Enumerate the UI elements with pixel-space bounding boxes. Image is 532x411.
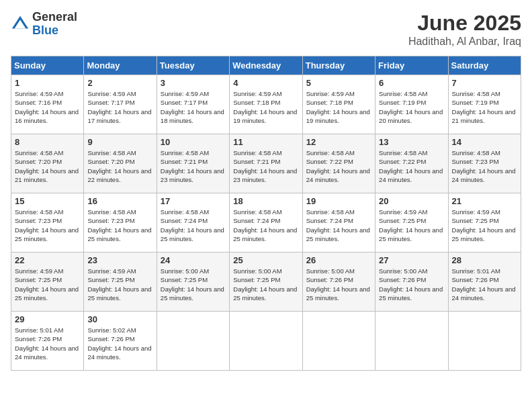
page-header: General Blue June 2025 Hadithah, Al Anba… (11, 11, 521, 48)
table-row (157, 312, 229, 371)
table-row: 28Sunrise: 5:01 AMSunset: 7:26 PMDayligh… (448, 253, 521, 312)
calendar-week-2: 8Sunrise: 4:58 AMSunset: 7:20 PMDaylight… (11, 134, 521, 193)
table-row: 6Sunrise: 4:58 AMSunset: 7:19 PMDaylight… (375, 75, 448, 134)
col-monday: Monday (84, 56, 157, 75)
table-row (375, 312, 448, 371)
table-row (448, 312, 521, 371)
calendar-table: Sunday Monday Tuesday Wednesday Thursday… (11, 56, 521, 371)
table-row: 5Sunrise: 4:59 AMSunset: 7:18 PMDaylight… (302, 75, 375, 134)
table-row: 21Sunrise: 4:59 AMSunset: 7:25 PMDayligh… (448, 193, 521, 253)
col-sunday: Sunday (11, 56, 84, 75)
table-row: 13Sunrise: 4:58 AMSunset: 7:22 PMDayligh… (375, 134, 448, 193)
calendar-header-row: Sunday Monday Tuesday Wednesday Thursday… (11, 56, 521, 75)
table-row: 16Sunrise: 4:58 AMSunset: 7:23 PMDayligh… (84, 193, 157, 253)
table-row: 15Sunrise: 4:58 AMSunset: 7:23 PMDayligh… (11, 193, 84, 253)
table-row: 19Sunrise: 4:58 AMSunset: 7:24 PMDayligh… (302, 193, 375, 253)
col-tuesday: Tuesday (157, 56, 229, 75)
table-row: 10Sunrise: 4:58 AMSunset: 7:21 PMDayligh… (157, 134, 229, 193)
table-row: 3Sunrise: 4:59 AMSunset: 7:17 PMDaylight… (157, 75, 229, 134)
table-row: 18Sunrise: 4:58 AMSunset: 7:24 PMDayligh… (230, 193, 302, 253)
table-row: 14Sunrise: 4:58 AMSunset: 7:23 PMDayligh… (448, 134, 521, 193)
calendar-week-3: 15Sunrise: 4:58 AMSunset: 7:23 PMDayligh… (11, 193, 521, 253)
calendar-week-1: 1Sunrise: 4:59 AMSunset: 7:16 PMDaylight… (11, 75, 521, 134)
table-row: 8Sunrise: 4:58 AMSunset: 7:20 PMDaylight… (11, 134, 84, 193)
logo: General Blue (11, 11, 77, 38)
table-row: 29Sunrise: 5:01 AMSunset: 7:26 PMDayligh… (11, 312, 84, 371)
table-row: 4Sunrise: 4:59 AMSunset: 7:18 PMDaylight… (230, 75, 302, 134)
table-row: 26Sunrise: 5:00 AMSunset: 7:26 PMDayligh… (302, 253, 375, 312)
table-row (230, 312, 302, 371)
title-block: June 2025 Hadithah, Al Anbar, Iraq (408, 11, 521, 48)
logo-icon (11, 15, 30, 34)
logo-general-text: General (32, 11, 77, 24)
table-row: 11Sunrise: 4:58 AMSunset: 7:21 PMDayligh… (230, 134, 302, 193)
logo-blue-text: Blue (32, 24, 77, 38)
table-row: 23Sunrise: 4:59 AMSunset: 7:25 PMDayligh… (84, 253, 157, 312)
table-row: 20Sunrise: 4:59 AMSunset: 7:25 PMDayligh… (375, 193, 448, 253)
location-title: Hadithah, Al Anbar, Iraq (408, 36, 521, 48)
col-wednesday: Wednesday (230, 56, 302, 75)
table-row: 9Sunrise: 4:58 AMSunset: 7:20 PMDaylight… (84, 134, 157, 193)
table-row: 7Sunrise: 4:58 AMSunset: 7:19 PMDaylight… (448, 75, 521, 134)
col-saturday: Saturday (448, 56, 521, 75)
logo-text: General Blue (32, 11, 77, 38)
table-row: 27Sunrise: 5:00 AMSunset: 7:26 PMDayligh… (375, 253, 448, 312)
table-row: 1Sunrise: 4:59 AMSunset: 7:16 PMDaylight… (11, 75, 84, 134)
table-row: 24Sunrise: 5:00 AMSunset: 7:25 PMDayligh… (157, 253, 229, 312)
month-title: June 2025 (408, 11, 521, 36)
col-thursday: Thursday (302, 56, 375, 75)
table-row: 17Sunrise: 4:58 AMSunset: 7:24 PMDayligh… (157, 193, 229, 253)
table-row: 2Sunrise: 4:59 AMSunset: 7:17 PMDaylight… (84, 75, 157, 134)
table-row: 30Sunrise: 5:02 AMSunset: 7:26 PMDayligh… (84, 312, 157, 371)
col-friday: Friday (375, 56, 448, 75)
table-row: 22Sunrise: 4:59 AMSunset: 7:25 PMDayligh… (11, 253, 84, 312)
table-row: 25Sunrise: 5:00 AMSunset: 7:25 PMDayligh… (230, 253, 302, 312)
table-row: 12Sunrise: 4:58 AMSunset: 7:22 PMDayligh… (302, 134, 375, 193)
calendar-week-5: 29Sunrise: 5:01 AMSunset: 7:26 PMDayligh… (11, 312, 521, 371)
table-row (302, 312, 375, 371)
calendar-week-4: 22Sunrise: 4:59 AMSunset: 7:25 PMDayligh… (11, 253, 521, 312)
